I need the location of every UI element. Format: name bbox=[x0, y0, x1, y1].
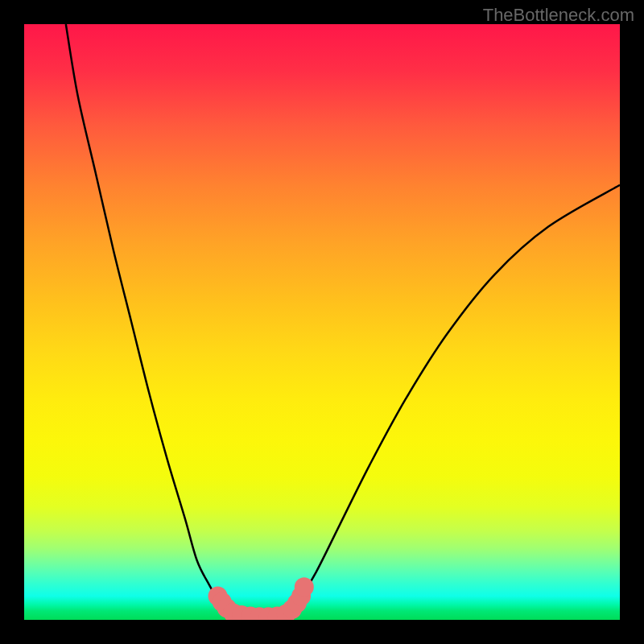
chart-plot-area bbox=[24, 24, 620, 620]
watermark-text: TheBottleneck.com bbox=[483, 5, 634, 26]
curve-left-curve bbox=[66, 24, 245, 617]
data-marker bbox=[295, 577, 314, 597]
curve-right-curve bbox=[287, 185, 620, 617]
chart-svg bbox=[24, 24, 620, 620]
